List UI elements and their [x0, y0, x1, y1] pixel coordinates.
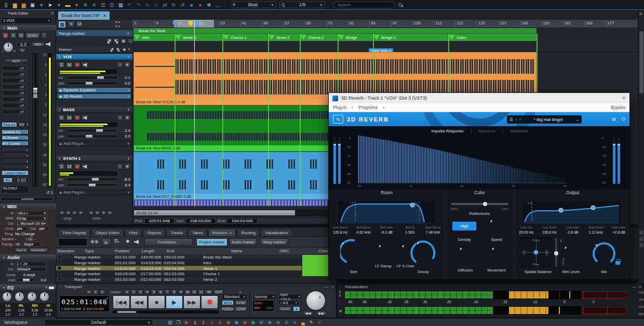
import-audio-icon[interactable]: ▆	[20, 1, 28, 9]
close-icon[interactable]: ✕	[622, 96, 626, 101]
close-icon[interactable]: ×	[331, 284, 334, 289]
object-mode-icon[interactable]: ▦	[117, 1, 125, 9]
audio-out-select[interactable]: StMast▾	[15, 267, 46, 271]
aux-send-slot[interactable]: off	[2, 97, 26, 102]
record-arm-button[interactable]	[2, 32, 9, 39]
record-arm-button[interactable]	[74, 115, 81, 121]
audio-icon[interactable]	[134, 240, 139, 244]
loop-in-icon[interactable]: ↻	[170, 1, 178, 9]
audio-section-header[interactable]: ▼Audio	[0, 254, 56, 261]
shuttle-rew-button[interactable]: ◀◀	[303, 311, 313, 316]
main-section-header[interactable]: ▼ Main	[0, 25, 56, 31]
len-value[interactable]: 018:03:000	[185, 218, 216, 224]
marker-number-button[interactable]: 3	[137, 290, 143, 294]
fade-tool-icon[interactable]: ∿	[152, 1, 160, 9]
dock-icon[interactable]	[639, 237, 643, 241]
row-checkbox[interactable]	[58, 255, 61, 259]
pan-slider[interactable]	[66, 82, 118, 85]
marker-search-input[interactable]	[58, 238, 87, 246]
room-param[interactable]: Bell Damp4.62 kHz	[352, 226, 375, 235]
midi-ch-out[interactable]: all▾	[37, 226, 49, 231]
track-mode-icon[interactable]: ▦	[58, 21, 66, 28]
play-button[interactable]: ▶	[166, 295, 183, 309]
grid-options-icon[interactable]: # ▾	[115, 24, 120, 29]
eq-display-icon[interactable]	[49, 287, 54, 289]
panel-hscrollbar[interactable]	[1, 197, 53, 201]
zoom-page-button[interactable]: 1	[88, 211, 94, 215]
search-input[interactable]	[338, 3, 391, 7]
marker-table-row[interactable]: Range marker 051:03:000 011:00:000 062:0…	[56, 277, 337, 282]
close-icon[interactable]: ✕	[51, 11, 54, 16]
mute-button[interactable]: M	[66, 62, 73, 68]
marker-number-button[interactable]: 9	[178, 290, 184, 294]
marker-number-button[interactable]: 12	[198, 290, 204, 294]
object-marker-icon[interactable]: ▮	[192, 319, 198, 326]
punch-button[interactable]: PUNCH	[222, 306, 234, 311]
eq-hi-knob[interactable]	[39, 292, 49, 302]
track2-add-plugin[interactable]: ◉Add Plug-in...▾	[57, 141, 131, 146]
marker-number-button[interactable]: 11	[191, 290, 197, 294]
freeze-icon[interactable]: ✶	[124, 164, 130, 170]
record-button[interactable]	[201, 295, 218, 309]
rewind-button[interactable]: ◀◀	[130, 295, 147, 309]
display-tab[interactable]: Spectrum	[471, 129, 503, 133]
docker-tab[interactable]: Files×	[125, 228, 142, 236]
aux-send-slot[interactable]: off	[2, 78, 26, 83]
marker-tool-icon[interactable]: ▞	[109, 47, 114, 52]
workspace-dropdown[interactable]: Default ▼	[44, 319, 153, 325]
time-display[interactable]: ▾ 025:01:048 L 018:03:000 E 034:03:000	[59, 295, 110, 312]
aux-send-slot[interactable]: off	[2, 103, 26, 108]
height-slider[interactable]	[554, 238, 559, 267]
room-param[interactable]: Bell Q1.500	[398, 226, 422, 235]
filter-icon[interactable]: ∇▾	[114, 239, 119, 244]
section-marker[interactable]: Chorus 1	[222, 34, 268, 41]
plugin-slot[interactable]: 3D Reverb▾	[2, 135, 29, 140]
crossfade-editor-icon[interactable]: ✕	[82, 1, 89, 9]
volume-slider[interactable]	[66, 76, 118, 79]
docker-tab[interactable]: Tracks×	[166, 228, 187, 236]
phase-invert-button[interactable]: φ	[19, 48, 26, 52]
docker-tab[interactable]: Markers×	[208, 228, 236, 236]
close-icon[interactable]: ✕	[103, 13, 106, 18]
project-marker-button[interactable]: Project marker	[196, 238, 227, 246]
monitor-button[interactable]	[82, 164, 88, 170]
playhead[interactable]	[194, 20, 195, 207]
audio-delay-value[interactable]: 0 smpl	[23, 273, 35, 277]
plugin-power-icon[interactable]: ◉	[59, 94, 62, 98]
marker-table-row[interactable]: Range marker 015:04:000 018:03:000 034:0…	[56, 266, 337, 271]
aux-send-slot[interactable]: off	[2, 84, 26, 89]
zoom-snap-dropdown[interactable]: Q 1/8 ▼	[279, 1, 325, 8]
panel-dock-icon[interactable]: ▤	[639, 11, 642, 15]
section-marker[interactable]: Verse 1	[175, 34, 222, 41]
go-to-start-button[interactable]: |◀◀	[113, 295, 130, 309]
mute-state-icon[interactable]: ◉	[225, 319, 232, 326]
marker-back-icon[interactable]: «	[86, 290, 92, 294]
gear-icon[interactable]: ✱	[126, 239, 130, 244]
plugin-slot-empty[interactable]: ▾	[2, 164, 29, 169]
room-param[interactable]: High Damp7.48 kHz	[421, 226, 445, 235]
rd-button[interactable]: Rd	[3, 178, 12, 183]
next-program-icon[interactable]: ›	[383, 105, 384, 110]
mute-button[interactable]: M	[66, 164, 73, 170]
snap-magnet-icon[interactable]: ◡	[214, 1, 222, 9]
lock-icon[interactable]: ▫	[41, 32, 47, 39]
speed-knob[interactable]	[490, 219, 491, 225]
transport-titlebar[interactable]: ⁘Transport —×	[57, 284, 336, 289]
setup-page-button[interactable]: 4	[78, 211, 84, 215]
zoom-in-icon[interactable]: ⊕	[266, 319, 273, 326]
pre-marker-button[interactable]: 2	[99, 290, 105, 294]
marker-lane-header[interactable]: Marker ▞ ▚ ✱ ▾	[56, 47, 132, 53]
marker-gear-icon[interactable]: ✱	[120, 38, 127, 44]
in-button[interactable]: IN	[205, 290, 213, 294]
transport-scrollbar[interactable]	[113, 310, 219, 314]
pan-knob[interactable]	[3, 42, 14, 52]
room-param[interactable]: Low Damp120.8 Hz	[329, 226, 352, 235]
track2-header[interactable]: 2 BASS ▼	[56, 107, 132, 113]
aux-send-slot[interactable]: off	[2, 109, 26, 114]
pre-marker-button[interactable]: 1	[92, 290, 99, 294]
preset-menu-icon[interactable]: ☰	[509, 117, 513, 122]
track1-plugin-slot[interactable]: ◉ 3D Reverb ▾	[57, 93, 131, 99]
lf-decay-knob[interactable]	[379, 244, 380, 250]
object-tool-icon[interactable]: ▬	[64, 1, 72, 9]
settings-gear-icon[interactable]: ⚙	[612, 117, 616, 122]
